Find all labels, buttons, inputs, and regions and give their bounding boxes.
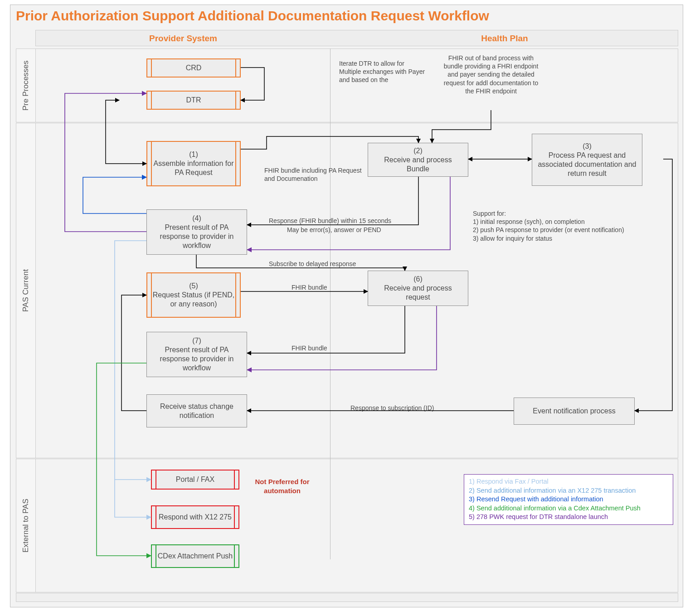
node-1-text: Assemble information for PA Request: [152, 159, 235, 177]
node-3: (3) Process PA request and associated do…: [532, 134, 642, 186]
swimlane-header: Provider System Health Plan: [35, 30, 678, 46]
lane-pas: PAS Current: [16, 123, 36, 458]
node-1: (1) Assemble information for PA Request: [146, 141, 241, 186]
node-x12: Respond with X12 275: [151, 505, 239, 529]
legend: 1) Respond via Fax / Portal 2) Send addi…: [464, 474, 673, 525]
text-maybe-errors: May be error(s), answer or PEND: [287, 226, 405, 234]
node-6: (6) Receive and process request: [368, 271, 468, 306]
col-healthplan: Health Plan: [330, 30, 679, 47]
legend-5: 5) 278 PWK request for DTR standalone la…: [469, 513, 668, 522]
node-portal: Portal / FAX: [151, 470, 239, 490]
legend-3: 3) Resend Request with additional inform…: [469, 495, 668, 504]
node-dtr-label: DTR: [186, 96, 201, 105]
lane-ext: External to PAS: [16, 459, 36, 592]
node-crd: CRD: [146, 58, 241, 78]
node-4: (4) Present result of PA response to pro…: [146, 209, 247, 255]
diagram-frame: Prior Authorization Support Additional D…: [10, 5, 683, 607]
text-support: Support for: 1) initial response (sych),…: [473, 209, 654, 243]
legend-2: 2) Send additional information via an X1…: [469, 486, 668, 495]
node-cdex: CDex Attachment Push: [151, 544, 239, 568]
legend-1: 1) Respond via Fax / Portal: [469, 477, 668, 486]
center-divider: [330, 49, 330, 559]
legend-4: 4) Send additional information via a Cde…: [469, 504, 668, 513]
node-1-num: (1): [189, 150, 198, 159]
text-subscribe: Subscribe to delayed response: [269, 260, 378, 268]
node-2: (2) Receive and process Bundle: [368, 143, 468, 177]
lane-pre: Pre Processes: [16, 49, 36, 122]
text-fhir-bundle-req: FHIR bundle including PA Request and Doc…: [264, 166, 364, 183]
col-provider: Provider System: [36, 30, 330, 47]
node-8: Receive status change notification: [146, 394, 247, 427]
text-resp-sub: Response to subscription (ID): [350, 404, 459, 412]
text-not-preferred: Not Preferred for automation: [254, 477, 311, 495]
text-fhir-oob: FHIR out of band process with bundle pro…: [443, 54, 539, 95]
diagram-title: Prior Authorization Support Additional D…: [16, 8, 489, 24]
node-7: (7) Present result of PA response to pro…: [146, 332, 247, 377]
node-5: (5) Request Status (if PEND, or any reas…: [146, 272, 241, 318]
text-response15: Response (FHIR bundle) within 15 seconds: [269, 217, 414, 225]
node-9: Event notification process: [514, 398, 635, 425]
text-fhir-bundle2: FHIR bundle: [292, 344, 346, 352]
text-fhir-bundle: FHIR bundle: [292, 283, 346, 291]
node-crd-label: CRD: [186, 63, 202, 73]
text-iterate: Iterate DTR to allow for Multiple exchan…: [339, 59, 425, 84]
node-dtr: DTR: [146, 91, 241, 110]
